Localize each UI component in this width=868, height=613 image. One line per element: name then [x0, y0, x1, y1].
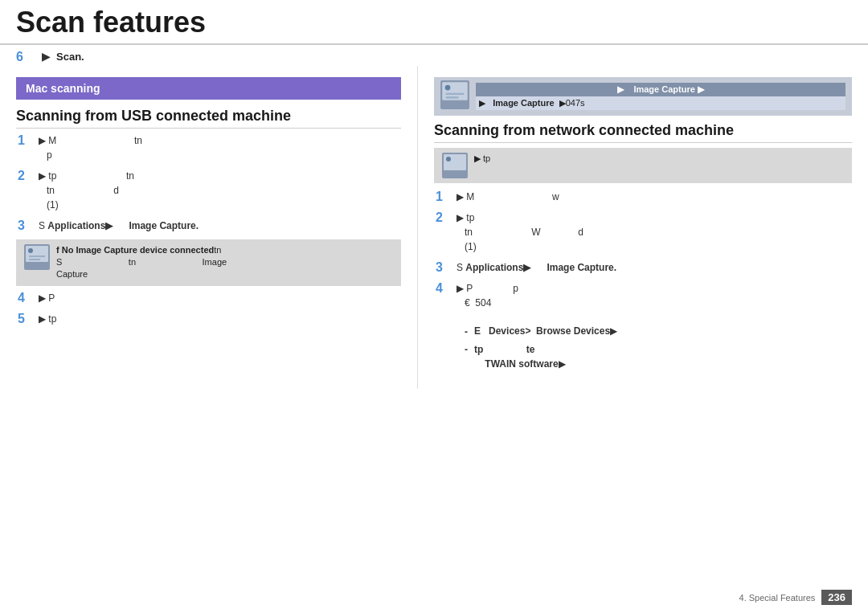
svg-point-15 [446, 157, 451, 161]
page-container: Scan features 6 ▶ Scan. Mac scanning Sca… [0, 0, 868, 613]
net-step-1-content: ▶ M w [457, 190, 559, 204]
svg-rect-4 [29, 255, 45, 257]
page-footer: 4. Special Features 236 [739, 590, 852, 605]
usb-step-1: 1 ▶ M tn p [16, 133, 401, 162]
net-step-3-number: 3 [436, 260, 452, 275]
usb-heading: Scanning from USB connected machine [16, 108, 401, 129]
net-step-4-bullet-1: - E Devices> Browse Devices▶ [457, 325, 617, 339]
svg-rect-11 [446, 96, 459, 98]
net-step-4-content: ▶ P p € 504 - E Devices> Browse Devices▶… [457, 281, 617, 374]
step-6-number: 6 [16, 50, 31, 64]
svg-point-3 [28, 248, 33, 253]
image-capture-content: ▶ Image Capture ▶ ▶ Image Capture ▶047s [476, 83, 845, 110]
footer-label: 4. Special Features [739, 593, 816, 603]
usb-step-4: 4 ▶ P [16, 291, 401, 305]
net-step-1: 1 ▶ M w [434, 190, 852, 204]
usb-step-2: 2 ▶ tp tn tn d (1) [16, 169, 401, 212]
usb-step-1-number: 1 [18, 133, 34, 148]
note-text: f No Image Capture device connectedtn S … [56, 244, 227, 281]
step-6-text: Scan. [56, 51, 84, 63]
usb-note-box: f No Image Capture device connectedtn S … [16, 239, 401, 286]
page-title: Scan features [16, 6, 852, 39]
usb-step-2-content: ▶ tp tn tn d (1) [39, 169, 134, 212]
image-capture-screenshot: ▶ Image Capture ▶ ▶ Image Capture ▶047s [434, 77, 852, 116]
svg-rect-10 [446, 92, 465, 94]
network-note-top: ▶ tp [434, 148, 852, 183]
usb-step-5-number: 5 [18, 312, 34, 326]
left-column: Mac scanning Scanning from USB connected… [0, 66, 418, 389]
bullet-2-text: tp te [474, 344, 534, 355]
note-icon-right [442, 153, 468, 178]
usb-step-5: 5 ▶ tp [16, 312, 401, 326]
usb-step-3-number: 3 [18, 219, 34, 233]
usb-step-1-content: ▶ M tn p [39, 133, 142, 162]
note-icon [24, 244, 50, 270]
page-header: Scan features [0, 0, 868, 45]
net-step-2: 2 ▶ tp tn W d (1) [434, 210, 852, 254]
step-6-icon: ▶ [42, 51, 50, 63]
usb-step-4-number: 4 [18, 291, 34, 305]
bullet-1-text: E Devices> Browse Devices▶ [474, 325, 617, 338]
bullet-2-extra: TWAIN software▶ [474, 358, 566, 370]
mac-scanning-banner: Mac scanning [16, 77, 401, 100]
image-capture-body: ▶ Image Capture ▶047s [476, 96, 845, 110]
net-step-4-number: 4 [436, 281, 452, 296]
image-capture-title-bar: ▶ Image Capture ▶ [476, 83, 845, 96]
net-step-1-number: 1 [436, 190, 452, 204]
net-step-4-bullet-2: - tp te TWAIN software▶ [457, 342, 617, 371]
svg-rect-13 [444, 154, 466, 170]
usb-step-2-number: 2 [18, 169, 34, 183]
footer-page-number: 236 [821, 590, 852, 605]
usb-step-4-content: ▶ P [39, 291, 55, 305]
net-step-2-content: ▶ tp tn W d (1) [457, 210, 583, 254]
network-note-text: ▶ tp [474, 153, 490, 165]
svg-rect-5 [29, 259, 40, 260]
screenshot-icon [440, 80, 469, 112]
network-heading: Scanning from network connected machine [434, 122, 852, 143]
content-area: Mac scanning Scanning from USB connected… [0, 66, 868, 389]
net-step-4: 4 ▶ P p € 504 - E Devices> Browse Device… [434, 281, 852, 374]
usb-step-3-content: S Applications▶ Image Capture. [39, 219, 199, 233]
svg-point-9 [445, 84, 451, 90]
right-column: ▶ Image Capture ▶ ▶ Image Capture ▶047s … [418, 66, 868, 389]
net-step-3: 3 S Applications▶ Image Capture. [434, 260, 852, 275]
net-step-2-number: 2 [436, 210, 452, 225]
net-step-3-content: S Applications▶ Image Capture. [457, 260, 616, 275]
step-6-row: 6 ▶ Scan. [0, 45, 868, 66]
usb-step-5-content: ▶ tp [39, 312, 56, 326]
usb-step-3: 3 S Applications▶ Image Capture. [16, 219, 401, 233]
